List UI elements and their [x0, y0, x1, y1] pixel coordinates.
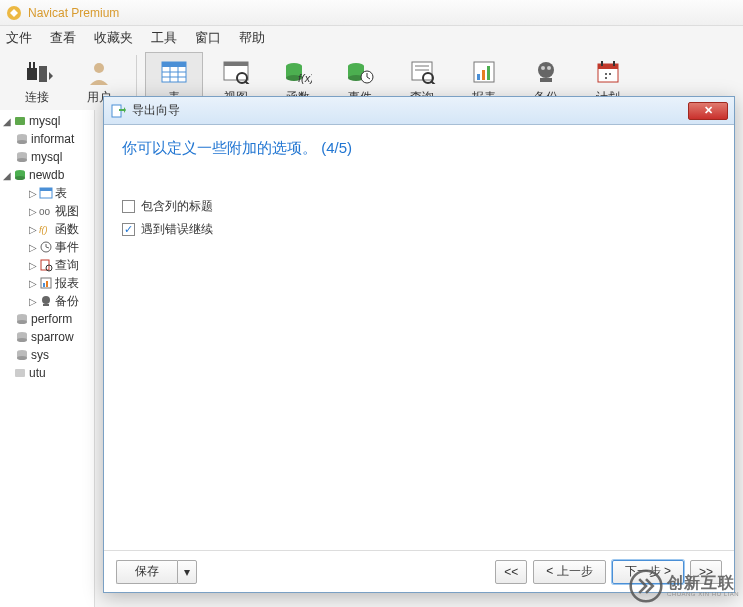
schedule-icon	[594, 60, 622, 84]
tree-label: mysql	[31, 150, 62, 164]
svg-rect-3	[33, 62, 35, 68]
tree-node-db[interactable]: mysql	[0, 148, 94, 166]
svg-rect-43	[613, 61, 615, 66]
dialog-title: 导出向导	[132, 102, 688, 119]
svg-rect-67	[43, 283, 45, 287]
export-icon	[110, 103, 126, 119]
svg-rect-27	[412, 62, 432, 80]
svg-point-76	[17, 338, 27, 342]
svg-rect-47	[15, 117, 25, 125]
svg-rect-33	[477, 74, 480, 80]
collapse-icon[interactable]: ◢	[2, 116, 12, 127]
save-dropdown-button[interactable]: ▾	[177, 560, 197, 584]
svg-rect-58	[40, 188, 52, 191]
report-icon	[470, 60, 498, 84]
tree-label: 查询	[55, 257, 79, 274]
tree-node-tables[interactable]: ▷ 表	[0, 184, 94, 202]
close-icon: ✕	[704, 104, 713, 117]
svg-point-73	[17, 320, 27, 324]
svg-text:oo: oo	[39, 206, 51, 217]
table-icon	[39, 186, 53, 200]
tool-connection[interactable]: 连接	[8, 52, 66, 108]
svg-point-36	[538, 62, 554, 78]
watermark-main: 创新互联	[667, 575, 739, 591]
expand-icon[interactable]: ▷	[28, 296, 38, 307]
expand-icon[interactable]: ▷	[28, 242, 38, 253]
svg-point-50	[17, 140, 27, 144]
svg-rect-39	[540, 78, 552, 82]
checkbox-icon[interactable]	[122, 200, 135, 213]
tree-node-db-open[interactable]: ◢ newdb	[0, 166, 94, 184]
database-open-icon	[13, 168, 27, 182]
svg-point-6	[94, 63, 104, 73]
function-icon: f(x)	[284, 60, 312, 84]
export-wizard-dialog: 导出向导 ✕ 你可以定义一些附加的选项。 (4/5) 包含列的标题 遇到错误继续…	[103, 96, 735, 593]
svg-text:f(x): f(x)	[298, 72, 312, 84]
server-icon	[13, 114, 27, 128]
database-icon	[15, 348, 29, 362]
server-icon	[13, 366, 27, 380]
svg-rect-42	[601, 61, 603, 66]
dialog-body: 你可以定义一些附加的选项。 (4/5) 包含列的标题 遇到错误继续	[104, 125, 734, 550]
checkbox-label: 遇到错误继续	[141, 221, 213, 238]
svg-rect-35	[487, 66, 490, 80]
tree-node-reports[interactable]: ▷ 报表	[0, 274, 94, 292]
tree-node-db[interactable]: perform	[0, 310, 94, 328]
expand-icon[interactable]: ▷	[28, 206, 38, 217]
tree-label: 表	[55, 185, 67, 202]
tree-node-views[interactable]: ▷ oo 视图	[0, 202, 94, 220]
svg-point-46	[605, 77, 607, 79]
backup-icon	[39, 294, 53, 308]
tree-label: sparrow	[31, 330, 74, 344]
tree-label: perform	[31, 312, 72, 326]
save-button[interactable]: 保存	[116, 560, 177, 584]
collapse-icon[interactable]: ◢	[2, 170, 12, 181]
menu-view[interactable]: 查看	[50, 29, 76, 47]
svg-point-38	[547, 66, 551, 70]
tree-node-backups[interactable]: ▷ 备份	[0, 292, 94, 310]
expand-icon[interactable]: ▷	[28, 278, 38, 289]
close-button[interactable]: ✕	[688, 102, 728, 120]
svg-point-53	[17, 158, 27, 162]
event-icon	[346, 60, 374, 84]
tree-node-functions[interactable]: ▷ f() 函数	[0, 220, 94, 238]
tree-node-events[interactable]: ▷ 事件	[0, 238, 94, 256]
menu-file[interactable]: 文件	[6, 29, 32, 47]
tree-node-queries[interactable]: ▷ 查询	[0, 256, 94, 274]
app-icon	[6, 5, 22, 21]
checkbox-label: 包含列的标题	[141, 198, 213, 215]
svg-marker-5	[49, 72, 53, 80]
dialog-title-bar[interactable]: 导出向导 ✕	[104, 97, 734, 125]
svg-point-79	[17, 356, 27, 360]
tree-node-mysql-server[interactable]: ◢ mysql	[0, 112, 94, 130]
svg-rect-14	[224, 62, 248, 66]
svg-point-69	[42, 296, 50, 304]
tree-label: 函数	[55, 221, 79, 238]
expand-icon[interactable]: ▷	[28, 224, 38, 235]
database-icon	[15, 330, 29, 344]
table-icon	[160, 60, 188, 84]
menu-bar: 文件 查看 收藏夹 工具 窗口 帮助	[0, 26, 743, 50]
menu-favorites[interactable]: 收藏夹	[94, 29, 133, 47]
tree-node-db[interactable]: informat	[0, 130, 94, 148]
tree-node-server[interactable]: utu	[0, 364, 94, 382]
menu-window[interactable]: 窗口	[195, 29, 221, 47]
checkbox-icon[interactable]	[122, 223, 135, 236]
menu-tools[interactable]: 工具	[151, 29, 177, 47]
svg-text:f(): f()	[39, 225, 48, 235]
svg-point-44	[605, 73, 607, 75]
first-button[interactable]: <<	[495, 560, 527, 584]
menu-help[interactable]: 帮助	[239, 29, 265, 47]
svg-line-16	[245, 81, 249, 84]
check-include-column-titles[interactable]: 包含列的标题	[122, 198, 716, 215]
tree-node-db[interactable]: sys	[0, 346, 94, 364]
view-icon	[222, 60, 250, 84]
tree-node-db[interactable]: sparrow	[0, 328, 94, 346]
expand-icon[interactable]: ▷	[28, 188, 38, 199]
backup-icon	[532, 60, 560, 84]
check-continue-on-error[interactable]: 遇到错误继续	[122, 221, 716, 238]
prev-button[interactable]: < 上一步	[533, 560, 605, 584]
database-icon	[15, 312, 29, 326]
tool-label: 连接	[25, 89, 49, 106]
expand-icon[interactable]: ▷	[28, 260, 38, 271]
